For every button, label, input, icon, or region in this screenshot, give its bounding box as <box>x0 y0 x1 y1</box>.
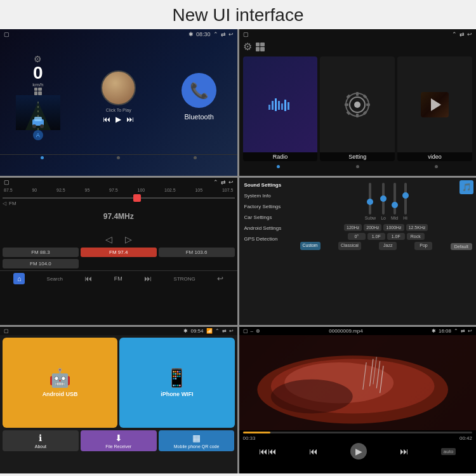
p4-menu-factory[interactable]: Factory Settings <box>242 202 299 211</box>
svg-rect-10 <box>275 98 277 111</box>
p6-progress-bar[interactable] <box>243 432 473 433</box>
p1-dots <box>0 154 237 161</box>
p3-fm-label: ◁ FM <box>0 201 237 206</box>
panel-phone: ▢ ✱ 09:54 📶 ⌃ ⇄ ↩ 🤖 Android USB 📱 iPhone… <box>0 327 237 473</box>
p3-preset-3[interactable]: FM 103.6 <box>159 248 235 257</box>
p3-next-btn[interactable]: ▷ <box>125 234 132 244</box>
p3-home-btn[interactable]: ⌂ <box>13 273 25 284</box>
p1-dot1 <box>41 156 44 159</box>
p4-slider-subw-thumb <box>367 199 373 205</box>
p4-slider-lo-track[interactable] <box>382 183 385 215</box>
p6-topbar: ▢ – ⊛ 00000009.mp4 ✱ 16:08 ⌃ ⇄ ↩ <box>239 327 477 335</box>
p1-sync-icon: ⇄ <box>221 31 226 37</box>
svg-rect-13 <box>284 100 286 111</box>
p4-slider-subw-track[interactable] <box>369 183 371 215</box>
p4-eq-custom[interactable]: Custom <box>300 242 321 250</box>
p1-phone-icon[interactable]: 📞 <box>182 73 216 108</box>
svg-rect-18 <box>356 92 359 96</box>
p4-eq-200hz[interactable]: 200Hz <box>364 224 381 231</box>
p1-click-label[interactable]: Click To Play <box>106 108 131 112</box>
svg-point-6 <box>40 124 44 128</box>
p4-eq-120hz[interactable]: 120Hz <box>344 224 362 231</box>
p1-grid-icon[interactable] <box>34 88 42 95</box>
p3-return-btn[interactable]: ↩ <box>217 274 223 283</box>
p1-speed-unit: km/h <box>32 82 43 88</box>
p1-time: 08:30 <box>196 31 211 37</box>
p3-preset-4[interactable]: FM 104.0 <box>3 259 79 268</box>
p4-eq-pop[interactable]: Pop <box>414 242 432 250</box>
p2-video-icon <box>397 56 472 152</box>
p4-sliders-row: Subw Lo Mid <box>300 182 473 221</box>
p4-eq-classical[interactable]: Classical <box>338 242 361 250</box>
p4-eq-rock[interactable]: Rock <box>407 233 425 240</box>
p6-current-time: 00:33 <box>243 435 256 441</box>
p5-bottom: ℹ About ⬇ File Receiver ▦ Mobile phone Q… <box>0 430 237 454</box>
p6-next-btn[interactable]: ⏭ <box>400 446 409 456</box>
p2-grid-icon[interactable] <box>256 43 265 51</box>
p3-next-track[interactable]: ⏭ <box>144 274 152 283</box>
p4-default-btn[interactable]: Default <box>451 243 472 250</box>
p2-settings-icon[interactable]: ⚙ <box>243 41 252 53</box>
p3-freq-unit: MHz <box>118 213 134 221</box>
p6-prev-btn[interactable]: ⏮ <box>309 446 318 456</box>
p4-menu-sound[interactable]: Sound Settings <box>242 180 299 190</box>
p3-preset-1[interactable]: FM 88.3 <box>3 248 79 257</box>
p4-eq-0deg[interactable]: 0° <box>348 233 366 240</box>
p5-android-card[interactable]: 🤖 Android USB <box>3 338 117 428</box>
p1-road-svg <box>16 95 60 130</box>
p3-prev-track[interactable]: ⏮ <box>84 274 92 283</box>
p5-iphone-card[interactable]: 📱 iPhone WIFI <box>119 338 234 428</box>
p4-menu-car[interactable]: Car Settings <box>242 213 299 222</box>
p5-file-receiver-btn[interactable]: ⬇ File Receiver <box>81 430 157 451</box>
p4-slider-mid-track[interactable] <box>393 183 396 215</box>
p4-audio-icon[interactable]: 🎵 <box>459 180 473 194</box>
p2-setting-card[interactable]: Setting <box>320 56 395 161</box>
p2-chevron-icon: ⌃ <box>452 31 457 37</box>
panel-radio: ▢ ⌃ ⇄ ↩ 87.59092.59597.5100102.5105107.5… <box>0 178 237 324</box>
p6-filename: 00000009.mp4 <box>329 328 362 334</box>
p5-about-btn[interactable]: ℹ About <box>3 430 79 451</box>
p2-radio-icon <box>243 56 318 152</box>
p6-auto-label[interactable]: auto <box>441 448 456 455</box>
p2-radio-label: Radio <box>243 152 318 161</box>
p3-fm-btn[interactable]: FM <box>114 275 122 282</box>
p2-radio-card[interactable]: Radio <box>243 56 318 161</box>
p4-eq-jazz[interactable]: Jazz <box>379 242 397 250</box>
p4-menu-android[interactable]: Android Settings <box>242 223 299 233</box>
p2-topbar: ▢ ⌃ ⇄ ↩ <box>239 29 477 39</box>
p4-eq-1khz[interactable]: 1000Hz <box>383 224 404 231</box>
p6-sync-icon: ⇄ <box>461 328 465 334</box>
p4-eq-1f1[interactable]: 1.0F <box>367 233 385 240</box>
p6-wifi-icon: ⊛ <box>256 328 260 334</box>
panel-media: ▢ ⌃ ⇄ ↩ ⚙ <box>239 29 477 176</box>
p3-search-btn[interactable]: Search <box>47 276 63 282</box>
p6-dash-icon: – <box>251 328 253 334</box>
p5-qr-label: Mobile phone QR code <box>174 444 220 449</box>
p1-play-btn[interactable]: ▶ <box>116 115 121 124</box>
p2-video-card[interactable]: video <box>397 56 472 161</box>
p3-back-icon: ↩ <box>228 179 234 185</box>
p6-rewind-btn[interactable]: ⏮⏮ <box>259 446 277 456</box>
p4-menu-system[interactable]: System Info <box>242 191 299 201</box>
p1-right: 📞 Bluetooth <box>164 73 235 121</box>
p3-preset-2[interactable]: FM 97.4 <box>81 248 157 257</box>
p2-sync-icon: ⇄ <box>459 31 465 37</box>
p4-eq-1f2[interactable]: 1.0F <box>387 233 405 240</box>
p2-back-icon: ↩ <box>467 31 472 37</box>
p6-play-pause-btn[interactable]: ▶ <box>350 443 367 459</box>
panel-video: ▢ – ⊛ 00000009.mp4 ✱ 16:08 ⌃ ⇄ ↩ <box>239 327 477 473</box>
svg-point-17 <box>354 102 360 108</box>
p2-dot2 <box>356 165 359 168</box>
p5-qr-btn[interactable]: ▦ Mobile phone QR code <box>159 430 235 451</box>
p3-prev-btn[interactable]: ◁ <box>105 234 112 244</box>
p4-menu-gps[interactable]: GPS Detection <box>242 234 299 244</box>
p4-right: Subw Lo Mid <box>299 180 474 322</box>
p1-prev-btn[interactable]: ⏮ <box>103 115 110 124</box>
p3-sync-icon: ⇄ <box>221 179 226 185</box>
p4-eq-12khz[interactable]: 12.5KHz <box>406 224 428 231</box>
p4-slider-hi-track[interactable] <box>404 183 407 215</box>
p4-slider-hi: Hi <box>403 183 407 220</box>
p1-nav-icon[interactable]: A <box>33 130 43 140</box>
p1-next-btn[interactable]: ⏭ <box>126 115 134 124</box>
p5-android-label: Android USB <box>43 391 78 397</box>
